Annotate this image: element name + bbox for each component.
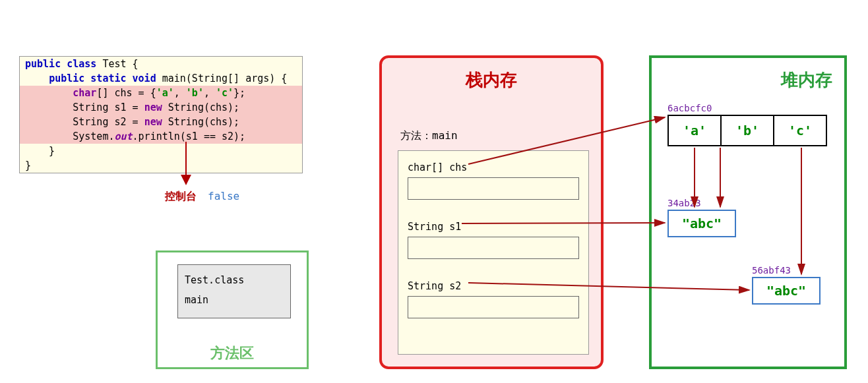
var-label-chs: char[] chs [408,162,467,173]
var-label-s2: String s2 [408,280,461,292]
stack-frame-label: 方法：main [400,129,458,143]
method-name: main [185,290,284,310]
var-slot-chs [408,177,579,200]
stack-memory-panel: 栈内存 方法：main char[] chs String s1 String … [379,55,604,369]
address-s1: 34ab23 [667,198,701,208]
char-array: 'a' 'b' 'c' [667,115,827,146]
class-box: Test.class main [177,264,291,318]
method-area-title: 方法区 [158,343,307,363]
code-block: public class Test { public static void m… [19,56,303,173]
char-cell-b: 'b' [720,115,774,146]
console-output: false [208,190,239,202]
string-object-s1: "abc" [667,210,736,237]
method-area-panel: Test.class main 方法区 [156,250,309,369]
class-name: Test.class [185,270,284,290]
address-s2: 56abf43 [752,265,791,276]
string-object-s2: "abc" [752,277,821,305]
char-cell-c: 'c' [773,115,827,146]
address-chs: 6acbcfc0 [667,103,712,113]
var-label-s1: String s1 [408,221,461,233]
heap-title: 堆内存 [781,69,832,92]
var-slot-s2 [408,296,579,318]
stack-frame: char[] chs String s1 String s2 [398,150,589,355]
var-slot-s1 [408,237,579,259]
stack-title: 栈内存 [382,69,601,92]
char-cell-a: 'a' [667,115,722,146]
console-label: 控制台 [165,190,197,204]
